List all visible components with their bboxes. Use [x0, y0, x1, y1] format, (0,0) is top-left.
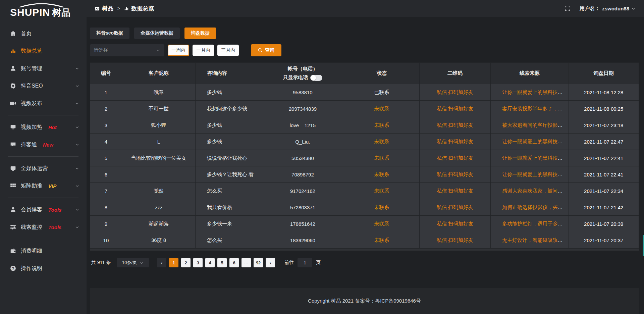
- filter-row: 请选择 一周内 一月内 三月内 查询: [90, 44, 639, 56]
- range-one-month[interactable]: 一月内: [193, 45, 214, 56]
- bar-chart-icon: [10, 48, 16, 54]
- content: 抖音seo数据 全媒体运营数据 询盘数据 请选择 一周内 一月内 三月内 查询: [87, 17, 644, 314]
- page-button[interactable]: 1: [169, 258, 178, 267]
- sidebar-item-consumption-detail[interactable]: 消费明细: [0, 242, 87, 260]
- topbar-right: 用户名：zswodun88: [565, 5, 635, 12]
- breadcrumb-home[interactable]: 树品: [95, 5, 113, 12]
- sidebar-item-label: 全媒体运营: [21, 165, 48, 172]
- total-count: 共 911 条: [91, 260, 111, 266]
- user-menu[interactable]: 用户名：zswodun88: [580, 5, 635, 12]
- sidebar-item-lead-monitor[interactable]: 线索监控 Tools: [0, 218, 87, 236]
- qr-links[interactable]: 私信 扫码加好友: [437, 89, 473, 95]
- select-placeholder: 请选择: [94, 47, 108, 53]
- breadcrumb: 树品 > 数据总览: [95, 5, 154, 12]
- source-link[interactable]: 感谢大家喜欢我家，被问了好...: [502, 188, 569, 194]
- source-link[interactable]: 多功能护栏灯，适用于乡村文...: [502, 221, 569, 226]
- cell-no: 4: [90, 134, 122, 150]
- sidebar-item-omnimedia[interactable]: 全媒体运营: [0, 160, 87, 177]
- tab-inquiry-data[interactable]: 询盘数据: [184, 28, 216, 39]
- cell-source: 让你一眼就爱上的黑科技，能...: [491, 134, 569, 150]
- sidebar-item-help[interactable]: ? 操作说明: [0, 260, 87, 277]
- cell-account: 183929060: [261, 232, 344, 249]
- cell-status: 未联系: [344, 150, 419, 166]
- next-page-button[interactable]: ›: [266, 258, 275, 267]
- sidebar-item-doutong[interactable]: 抖客通 New: [0, 136, 87, 153]
- member-icon: [10, 207, 16, 213]
- table-header: 编号 客户昵称 咨询内容 帐号（电话） 只显示电话: [90, 63, 639, 84]
- qr-links[interactable]: 私信 扫码加好友: [437, 122, 473, 128]
- sidebar-item-member-burst[interactable]: 会员爆客 Tools: [0, 201, 87, 218]
- table-row: 4 L 多少钱 Q_Liu. 未联系 私信 扫码加好友 让你一眼就爱上的黑科技，…: [90, 134, 639, 150]
- cell-no: 2: [90, 101, 122, 117]
- chevron-down-icon: [632, 7, 635, 10]
- cell-qrcode: 私信 扫码加好友: [419, 101, 491, 117]
- qr-links[interactable]: 私信 扫码加好友: [437, 171, 473, 177]
- main-area: 树品 > 数据总览 用户名：zswodun88 抖音seo数据 全媒体运营数据: [87, 0, 644, 314]
- source-link[interactable]: 让你一眼就爱上的黑科技，能...: [502, 155, 569, 161]
- source-link[interactable]: 无主灯设计，智能磁吸轨道灯...: [502, 237, 569, 243]
- sidebar-item-video-publish[interactable]: 视频发布: [0, 95, 87, 112]
- col-header-qrcode: 二维码: [419, 63, 491, 84]
- sidebar-item-account-mgmt[interactable]: 账号管理: [0, 60, 87, 77]
- qr-links[interactable]: 私信 扫码加好友: [437, 188, 473, 194]
- page-size-select[interactable]: 10条/页: [117, 258, 149, 267]
- range-three-months[interactable]: 三月内: [217, 45, 239, 56]
- col-header-source: 线索来源: [491, 63, 569, 84]
- sidebar-item-data-overview[interactable]: 数据总览: [0, 42, 87, 60]
- sidebar-item-home[interactable]: 首页: [0, 25, 87, 42]
- source-link[interactable]: 让你一眼就爱上的黑科技，能...: [502, 139, 569, 144]
- prev-page-button[interactable]: ‹: [157, 258, 166, 267]
- qr-links[interactable]: 私信 扫码加好友: [437, 155, 473, 161]
- page-button[interactable]: 4: [205, 258, 215, 267]
- qr-links[interactable]: 私信 扫码加好友: [437, 237, 473, 243]
- page-button[interactable]: 3: [193, 258, 203, 267]
- data-tabs: 抖音seo数据 全媒体运营数据 询盘数据: [90, 28, 639, 39]
- cell-status: 未联系: [344, 216, 419, 232]
- phone-only-label: 只显示电话: [283, 74, 308, 81]
- phone-only-toggle[interactable]: [310, 75, 322, 81]
- cell-account: 178651642: [261, 216, 344, 232]
- cell-nickname: 觉然: [122, 183, 195, 199]
- cell-status: 未联系: [344, 134, 419, 150]
- cell-content: 怎么买: [196, 183, 261, 199]
- source-link[interactable]: 让你一眼就爱上的黑科技，能...: [502, 89, 569, 95]
- page-button[interactable]: 5: [217, 258, 227, 267]
- page-button[interactable]: 2: [181, 258, 191, 267]
- page-button[interactable]: 92: [254, 258, 263, 267]
- scrollbar-thumb[interactable]: [643, 235, 644, 256]
- fullscreen-icon[interactable]: [565, 6, 570, 11]
- qr-links[interactable]: 私信 扫码加好友: [437, 221, 473, 226]
- goto-page-input[interactable]: 1: [298, 258, 312, 267]
- source-link[interactable]: 被大家追着问的客厅投影分享...: [502, 122, 569, 128]
- page-button[interactable]: 6: [229, 258, 239, 267]
- page-ellipsis-button[interactable]: ···: [241, 258, 251, 267]
- account-select[interactable]: 请选择: [90, 44, 164, 56]
- sidebar-item-label: 线索监控: [21, 224, 42, 231]
- tab-omnimedia-data[interactable]: 全媒体运营数据: [134, 28, 180, 39]
- tab-douyin-seo-data[interactable]: 抖音seo数据: [90, 28, 129, 39]
- qr-links[interactable]: 私信 扫码加好友: [437, 139, 473, 144]
- sidebar-item-label: 账号管理: [21, 65, 42, 72]
- cell-no: 8: [90, 199, 122, 216]
- sliders-icon: [10, 224, 16, 230]
- sidebar-item-label: 会员爆客: [21, 206, 42, 213]
- cell-date: 2021-11-07 22:34: [569, 183, 639, 199]
- sidebar-item-video-heat[interactable]: 视频加热 Hot: [0, 118, 87, 136]
- sidebar-item-matrix-boost[interactable]: 矩阵助推 VIP: [0, 177, 87, 195]
- source-link[interactable]: 客厅安装投影半年多了，真实...: [502, 106, 569, 111]
- source-link[interactable]: 让你一眼就爱上的黑科技，能...: [502, 171, 569, 177]
- qr-links[interactable]: 私信 扫码加好友: [437, 106, 473, 111]
- table-row: 6 多少钱？让我死心 看 70898792 未联系 私信 扫码加好友 让你一眼就…: [90, 166, 639, 183]
- chevron-down-icon: [75, 225, 79, 229]
- chevron-down-icon: [75, 143, 79, 147]
- sidebar-item-douyin-seo[interactable]: 抖音SEO: [0, 77, 87, 95]
- table-row: 2 不可一世 我想问这个多少钱 2097344839 未联系 私信 扫码加好友 …: [90, 101, 639, 117]
- source-link[interactable]: 如何正确选择投影仪，买投影...: [502, 204, 569, 210]
- query-button-label: 查询: [265, 47, 274, 53]
- cell-date: 2021-11-07 20:37: [569, 232, 639, 249]
- query-button[interactable]: 查询: [251, 44, 281, 56]
- qr-links[interactable]: 私信 扫码加好友: [437, 204, 473, 210]
- video-icon: [10, 100, 16, 106]
- col-header-nickname: 客户昵称: [122, 63, 195, 84]
- range-one-week[interactable]: 一周内: [168, 45, 189, 56]
